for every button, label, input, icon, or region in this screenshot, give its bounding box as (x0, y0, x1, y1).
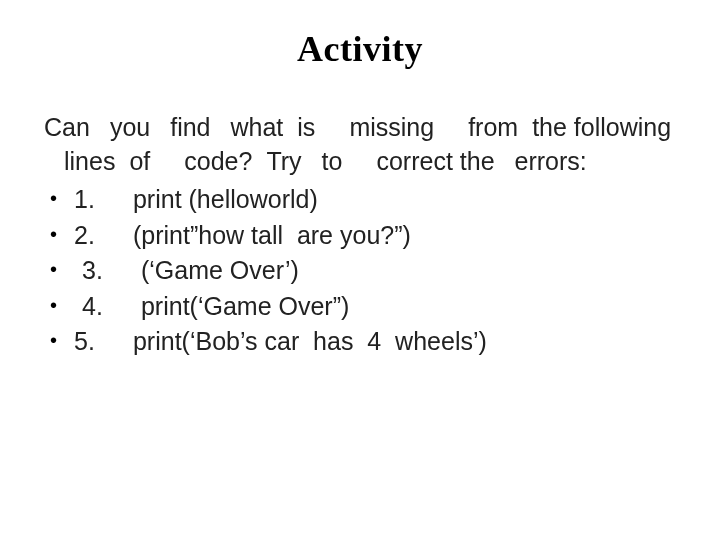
slide: Activity Canyoufindwhatismissingfromthe … (0, 0, 720, 540)
item-code: (‘Game Over’) (141, 256, 299, 284)
item-number: 4. (74, 289, 134, 325)
list-item: 1. print (helloworld) (44, 182, 676, 218)
list-item: 4. print(‘Game Over”) (44, 289, 676, 325)
item-number: 5. (74, 324, 126, 360)
item-number: 2. (74, 218, 126, 254)
list-item: 5. print(‘Bob’s car has 4 wheels’) (44, 324, 676, 360)
item-number: 3. (74, 253, 134, 289)
item-code: print (helloworld) (133, 185, 318, 213)
item-code: print(‘Bob’s car has 4 wheels’) (133, 327, 487, 355)
item-code: print(‘Game Over”) (141, 292, 349, 320)
intro-text: Canyoufindwhatismissingfromthe following… (44, 110, 676, 178)
list-item: 2. (print”how tall are you?”) (44, 218, 676, 254)
slide-title: Activity (44, 28, 676, 70)
list-item: 3. (‘Game Over’) (44, 253, 676, 289)
slide-body: Canyoufindwhatismissingfromthe following… (44, 110, 676, 360)
bullet-list: 1. print (helloworld) 2. (print”how tall… (44, 182, 676, 360)
item-number: 1. (74, 182, 126, 218)
item-code: (print”how tall are you?”) (133, 221, 411, 249)
